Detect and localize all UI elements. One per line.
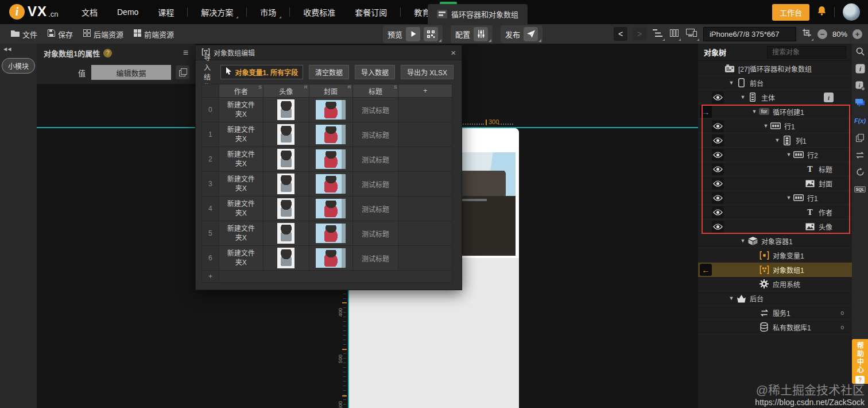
tree-row-服务1[interactable]: 服务1o — [698, 306, 852, 320]
cover-cell[interactable] — [309, 197, 352, 221]
empty-cell[interactable] — [398, 172, 452, 197]
chevron-down-icon[interactable]: ▼ — [784, 152, 793, 157]
eye-icon[interactable] — [712, 221, 724, 233]
empty-cell[interactable] — [398, 197, 452, 221]
tree-row-对象容器1[interactable]: ▼对象容器1 — [698, 234, 852, 248]
tree-row-作者[interactable]: T作者 — [698, 205, 852, 220]
sliders-icon[interactable] — [474, 27, 488, 41]
empty-cell[interactable] — [398, 122, 452, 147]
title-cell[interactable]: 测试标题 — [352, 98, 398, 122]
chevron-down-icon[interactable]: ▼ — [784, 195, 793, 201]
tree-row-对象变量1[interactable]: 对象变量1 — [698, 248, 852, 263]
info-gear-icon[interactable]: i — [852, 78, 868, 94]
nav-item-4[interactable]: 解决方案 — [191, 0, 243, 24]
cover-thumbnail[interactable] — [316, 149, 346, 169]
avatar-thumbnail[interactable] — [277, 174, 294, 194]
empty-cell[interactable] — [398, 246, 452, 271]
avatar-thumbnail[interactable] — [277, 99, 294, 120]
nav-item-7[interactable]: 套餐订阅 — [345, 0, 397, 24]
avatar-thumbnail[interactable] — [277, 149, 294, 170]
author-cell[interactable]: 新建文件夹X — [219, 172, 263, 197]
author-cell[interactable]: 新建文件夹X — [219, 246, 263, 271]
tree-row-主体[interactable]: ▼主体i — [698, 90, 852, 105]
tree-row-标题[interactable]: T标题 — [698, 162, 852, 176]
jump-arrow-icon[interactable]: → — [700, 106, 712, 118]
bell-icon[interactable] — [817, 6, 826, 18]
preview-group[interactable]: 预览 — [383, 25, 443, 43]
column-header-4[interactable]: 标题S — [352, 84, 398, 98]
help-question-icon[interactable]: ? — [103, 49, 112, 57]
tree-row-应用系统[interactable]: 应用系统 — [698, 277, 852, 291]
title-cell[interactable]: 测试标题 — [352, 147, 398, 172]
avatar-thumbnail[interactable] — [277, 248, 294, 268]
column-header-3[interactable]: 封面R — [309, 84, 352, 98]
chevron-down-icon[interactable]: ▼ — [727, 80, 736, 86]
tree-row-[27]循环容器和对象数组[interactable]: [27]循环容器和对象数组 — [698, 61, 852, 76]
rotate-icon[interactable] — [852, 164, 868, 180]
avatar-cell[interactable] — [263, 197, 309, 221]
column-header-1[interactable]: 作者S — [219, 84, 263, 98]
cover-thumbnail[interactable] — [316, 248, 346, 268]
play-icon[interactable] — [406, 27, 420, 41]
author-cell[interactable]: 新建文件夹X — [219, 98, 263, 122]
title-cell[interactable]: 测试标题 — [352, 172, 398, 197]
title-cell[interactable]: 测试标题 — [352, 246, 398, 271]
avatar-cell[interactable] — [263, 98, 309, 122]
project-tab[interactable]: 循环容器和对象数组 — [428, 4, 528, 24]
avatar-thumbnail[interactable] — [277, 124, 294, 145]
export-xlsx-button[interactable]: 导出为 XLSX — [401, 65, 454, 79]
ivx-logo[interactable]: i VX .cn — [9, 3, 58, 20]
add-row-button[interactable]: + — [202, 271, 219, 283]
nav-item-3[interactable]: 课程 — [148, 0, 184, 24]
avatar-cell[interactable] — [263, 147, 309, 172]
back-button[interactable]: < — [614, 27, 627, 41]
tree-row-行1[interactable]: ▼行1 — [698, 119, 852, 133]
close-icon[interactable]: × — [451, 48, 456, 57]
nav-item-6[interactable]: 收费标准 — [293, 0, 345, 24]
config-group[interactable]: 配置 — [451, 25, 493, 43]
cover-thumbnail[interactable] — [316, 174, 346, 194]
clear-data-button[interactable]: 清空数据 — [309, 65, 349, 79]
hamburger-menu-icon[interactable]: ≡ — [183, 48, 188, 58]
chevron-down-icon[interactable]: ▼ — [773, 137, 782, 143]
tree-row-行1[interactable]: ▼行1 — [698, 191, 852, 205]
device-view-icon[interactable] — [685, 28, 698, 40]
zoom-out-button[interactable]: − — [817, 29, 827, 39]
chevron-down-icon[interactable]: ▼ — [761, 123, 770, 129]
title-cell[interactable]: 测试标题 — [352, 122, 398, 147]
info-icon[interactable]: i — [852, 61, 868, 76]
cover-cell[interactable] — [309, 147, 352, 172]
workbench-button[interactable]: 工作台 — [772, 4, 809, 21]
cover-cell[interactable] — [309, 122, 352, 147]
nav-item-2[interactable]: Demo — [107, 0, 148, 24]
tree-row-封面[interactable]: 封面 — [698, 176, 852, 191]
search-input[interactable] — [767, 46, 846, 59]
tree-row-循环创建1[interactable]: ▼for循环创建1→ — [698, 105, 852, 119]
nav-item-1[interactable]: 文档 — [72, 0, 107, 24]
eye-icon[interactable] — [712, 149, 724, 161]
avatar-cell[interactable] — [263, 172, 309, 197]
tree-row-列1[interactable]: ▼列1 — [698, 133, 852, 148]
chevron-down-icon[interactable]: ▼ — [738, 94, 747, 100]
chevron-down-icon[interactable]: ▼ — [727, 295, 736, 301]
title-cell[interactable]: 测试标题 — [352, 197, 398, 221]
avatar-cell[interactable] — [263, 221, 309, 246]
eye-icon[interactable] — [712, 134, 724, 147]
cover-cell[interactable] — [309, 172, 352, 197]
avatar-cell[interactable] — [263, 246, 309, 271]
author-cell[interactable]: 新建文件夹X — [219, 197, 263, 221]
avatar-thumbnail[interactable] — [277, 223, 294, 244]
eye-icon[interactable] — [712, 163, 724, 175]
publish-group[interactable]: 发布 — [501, 25, 542, 43]
chevron-down-icon[interactable]: ▼ — [750, 109, 759, 114]
tree-row-对象数组1[interactable]: 对象数组1← — [698, 263, 852, 277]
tree-row-头像[interactable]: 头像 — [698, 220, 852, 234]
chevron-down-icon[interactable]: ▼ — [738, 238, 747, 244]
column-header-2[interactable]: 头像R — [263, 84, 309, 98]
cover-cell[interactable] — [309, 98, 352, 122]
cover-cell[interactable] — [309, 246, 352, 271]
paper-plane-icon[interactable] — [524, 27, 538, 41]
author-cell[interactable]: 新建文件夹X — [219, 122, 263, 147]
info-icon[interactable]: i — [824, 93, 834, 102]
tree-row-后台[interactable]: ▼后台 — [698, 291, 852, 306]
